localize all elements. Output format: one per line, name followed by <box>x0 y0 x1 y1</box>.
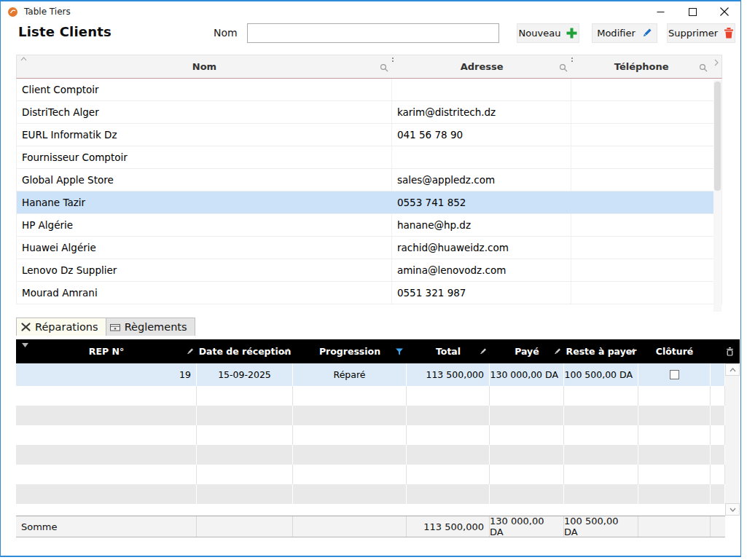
table-row[interactable]: DistriTech Alger karim@distritech.dz <box>17 101 721 124</box>
client-address: rachid@huaweidz.com <box>392 237 571 259</box>
repairs-scrollbar[interactable] <box>725 363 740 516</box>
table-row-selected[interactable]: Hanane Tazir 0553 741 852 <box>17 192 721 214</box>
page-title: Liste Clients <box>18 24 112 39</box>
client-address: amina@lenovodz.com <box>392 259 571 281</box>
scroll-up-button[interactable] <box>725 363 740 376</box>
column-header-adresse[interactable]: Adresse <box>392 55 571 78</box>
filter-funnel-icon[interactable] <box>395 347 404 355</box>
chevron-down-icon <box>730 508 736 512</box>
close-icon <box>720 7 729 16</box>
table-row[interactable]: Global Apple Store sales@appledz.com <box>17 169 721 192</box>
minimize-icon <box>657 8 665 16</box>
client-phone <box>571 259 711 281</box>
scroll-down-button[interactable] <box>725 503 740 516</box>
maximize-icon <box>689 8 697 16</box>
summary-total: 113 500,000 <box>407 516 490 537</box>
clients-scrollbar-thumb[interactable] <box>714 82 721 191</box>
client-name: DistriTech Alger <box>17 101 392 123</box>
header-delete-area[interactable] <box>711 339 740 363</box>
tab-reglements[interactable]: Règlements <box>106 318 195 336</box>
header-next-column-button[interactable] <box>711 55 721 78</box>
delete-button[interactable]: Supprimer <box>667 23 735 43</box>
column-header-reste[interactable]: Reste à payer <box>564 339 638 363</box>
pencil-icon <box>641 28 652 39</box>
tab-reglements-label: Règlements <box>125 321 187 333</box>
cloture-checkbox[interactable] <box>670 370 679 379</box>
edit-column-icon[interactable] <box>282 347 290 355</box>
clients-table-body: Client Comptoir DistriTech Alger karim@d… <box>16 79 722 304</box>
client-address <box>392 146 571 168</box>
filter-search-icon[interactable] <box>559 63 568 72</box>
client-address: 0553 741 852 <box>392 192 571 213</box>
tab-reparations-label: Réparations <box>35 321 98 333</box>
table-row[interactable]: Mourad Amrani 0551 321 987 <box>17 282 721 304</box>
minimize-button[interactable] <box>644 1 676 22</box>
column-header-total[interactable]: Total <box>407 339 490 363</box>
client-phone <box>571 169 711 191</box>
client-name: Global Apple Store <box>17 169 392 191</box>
column-header-rep[interactable]: REP N° <box>16 339 197 363</box>
dropdown-arrow-icon[interactable] <box>22 343 28 347</box>
column-grip-icon[interactable] <box>571 58 573 62</box>
table-row[interactable]: HP Algérie hanane@hp.dz <box>17 214 721 237</box>
delete-row-icon[interactable] <box>725 347 735 356</box>
client-address: karim@distritech.dz <box>392 101 571 123</box>
clients-scrollbar[interactable] <box>713 80 721 312</box>
column-label-telephone: Téléphone <box>614 61 669 72</box>
client-name: EURL Informatik Dz <box>17 124 392 146</box>
client-phone <box>571 237 711 259</box>
repairs-table: REP N° Date de réception Progression Tot… <box>16 339 740 504</box>
client-phone <box>571 79 711 100</box>
column-header-date[interactable]: Date de réception <box>197 339 293 363</box>
client-phone <box>571 101 711 123</box>
filter-search-icon[interactable] <box>380 63 388 72</box>
column-header-progression[interactable]: Progression <box>293 339 407 363</box>
client-address: sales@appledz.com <box>392 169 571 191</box>
client-address <box>392 79 571 100</box>
repair-total: 113 500,000 <box>407 363 490 386</box>
table-row[interactable]: Fournisseur Comptoir <box>17 146 721 169</box>
chevron-right-icon <box>714 59 719 66</box>
empty-row <box>16 465 725 484</box>
edit-column-icon[interactable] <box>479 347 487 355</box>
window-controls <box>644 1 740 22</box>
client-phone <box>571 214 711 236</box>
repair-row-selected[interactable]: 19 15-09-2025 Réparé 113 500,000 130 000… <box>16 363 725 386</box>
search-input[interactable] <box>247 23 499 43</box>
edit-button-label: Modifier <box>597 28 635 39</box>
table-row[interactable]: Client Comptoir <box>17 79 721 101</box>
client-address: hanane@hp.dz <box>392 214 571 236</box>
edit-column-icon[interactable] <box>627 347 635 355</box>
tab-reparations[interactable]: Réparations <box>16 318 106 336</box>
repair-paye: 130 000,00 DA <box>490 363 564 386</box>
column-header-paye[interactable]: Payé <box>490 339 564 363</box>
column-grip-icon[interactable] <box>392 58 394 62</box>
column-header-cloture[interactable]: Clôturé <box>638 339 711 363</box>
column-header-telephone[interactable]: Téléphone <box>571 55 711 78</box>
empty-row <box>16 484 725 504</box>
repair-number: 19 <box>16 363 197 386</box>
client-name: Mourad Amrani <box>17 282 392 304</box>
edit-column-icon[interactable] <box>553 347 561 355</box>
client-phone <box>571 124 711 146</box>
maximize-button[interactable] <box>676 1 708 22</box>
window-title: Table Tiers <box>24 7 71 17</box>
filter-search-icon[interactable] <box>699 63 708 72</box>
edit-column-icon[interactable] <box>186 347 194 355</box>
summary-label: Somme <box>16 516 197 537</box>
table-row[interactable]: Huawei Algérie rachid@huaweidz.com <box>17 237 721 259</box>
table-row[interactable]: EURL Informatik Dz 041 56 78 90 <box>17 124 721 146</box>
client-name: Lenovo Dz Supplier <box>17 259 392 281</box>
edit-button[interactable]: Modifier <box>592 23 657 43</box>
column-label-progression: Progression <box>319 346 380 357</box>
client-address: 041 56 78 90 <box>392 124 571 146</box>
repair-cloture-cell <box>638 363 711 386</box>
new-button[interactable]: Nouveau <box>517 23 579 43</box>
column-header-nom[interactable]: Nom <box>17 55 392 78</box>
close-button[interactable] <box>708 1 740 22</box>
plus-icon <box>566 28 577 39</box>
client-phone <box>571 146 711 168</box>
column-label-reste: Reste à payer <box>566 346 637 357</box>
table-row[interactable]: Lenovo Dz Supplier amina@lenovodz.com <box>17 259 721 282</box>
tools-icon <box>20 322 31 332</box>
